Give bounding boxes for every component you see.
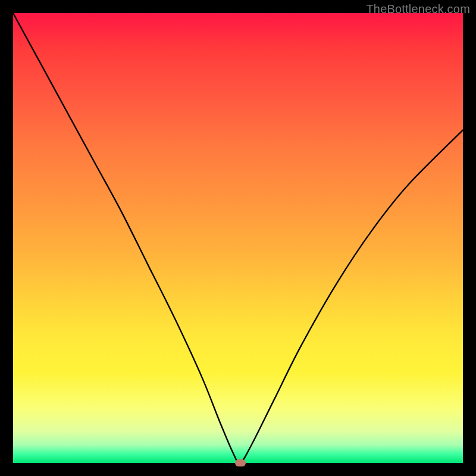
- optimal-marker: [235, 459, 246, 466]
- bottleneck-curve: [13, 13, 463, 463]
- plot-area: [13, 13, 463, 463]
- curve-svg: [13, 13, 463, 463]
- watermark-text: TheBottleneck.com: [366, 2, 470, 16]
- chart-frame: TheBottleneck.com: [0, 0, 476, 476]
